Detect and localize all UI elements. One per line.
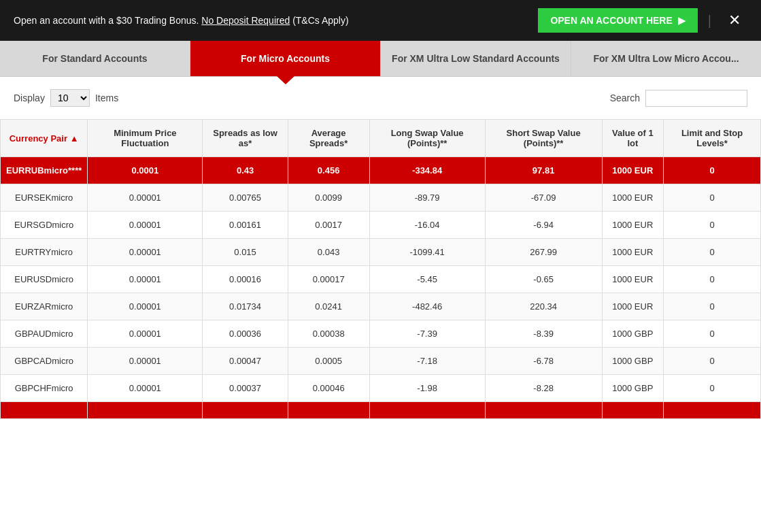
table-row: GBPCHFmicro0.000010.000370.00046-1.98-8.… [1, 375, 761, 402]
table-controls: Display 10 25 50 100 Items Search [0, 77, 761, 119]
display-control: Display 10 25 50 100 Items [14, 89, 118, 107]
cell-avg_spreads: 0.00017 [288, 266, 369, 293]
table-row: EURZARmicro0.000010.017340.0241-482.4622… [1, 293, 761, 320]
search-label: Search [610, 93, 640, 103]
col-header-value-lot: Value of 1 lot [602, 120, 664, 157]
cell-currency_pair: EURZARmicro [1, 293, 88, 320]
cell-currency_pair: EURTRYmicro [1, 239, 88, 266]
cell-currency_pair [1, 402, 88, 419]
cell-short_swap: 267.99 [485, 239, 602, 266]
tab-xm-ultra-standard-label: For XM Ultra Low Standard Accounts [392, 53, 560, 64]
cell-spreads: 0.015 [203, 239, 288, 266]
cell-limit_stop: 0 [664, 293, 761, 320]
cell-short_swap [485, 402, 602, 419]
col-header-short-swap: Short Swap Value (Points)** [485, 120, 602, 157]
search-input[interactable] [645, 90, 747, 107]
cell-short_swap: -6.94 [485, 212, 602, 239]
cell-currency_pair: GBPAUDmicro [1, 320, 88, 348]
cell-spreads: 0.00765 [203, 184, 288, 212]
tab-xm-ultra-standard[interactable]: For XM Ultra Low Standard Accounts [381, 41, 571, 76]
spreads-table: Currency Pair ▲ Minimum Price Fluctuatio… [0, 119, 761, 419]
cell-min_price: 0.00001 [88, 239, 203, 266]
cell-value_lot: 1000 GBP [602, 320, 664, 348]
cell-min_price: 0.0001 [88, 157, 203, 184]
table-row: EURSGDmicro0.000010.001610.0017-16.04-6.… [1, 212, 761, 239]
no-deposit-link[interactable]: No Deposit Required [201, 15, 290, 26]
cell-limit_stop: 0 [664, 157, 761, 184]
table-row: EURTRYmicro0.000010.0150.043-1099.41267.… [1, 239, 761, 266]
cell-avg_spreads: 0.0241 [288, 293, 369, 320]
cell-short_swap: 220.34 [485, 293, 602, 320]
cell-avg_spreads: 0.0005 [288, 348, 369, 375]
cell-spreads: 0.00037 [203, 375, 288, 402]
cell-short_swap: 97.81 [485, 157, 602, 184]
display-label: Display [14, 93, 45, 103]
cell-currency_pair: GBPCHFmicro [1, 375, 88, 402]
cell-avg_spreads: 0.00038 [288, 320, 369, 348]
cell-avg_spreads: 0.0017 [288, 212, 369, 239]
cell-value_lot: 1000 GBP [602, 348, 664, 375]
cell-min_price: 0.00001 [88, 212, 203, 239]
tab-standard[interactable]: For Standard Accounts [0, 41, 190, 76]
cell-currency_pair: EURRUBmicro**** [1, 157, 88, 184]
tab-standard-label: For Standard Accounts [42, 53, 147, 64]
col-header-min-price: Minimum Price Fluctuation [88, 120, 203, 157]
cell-value_lot: 1000 EUR [602, 157, 664, 184]
cell-spreads: 0.00161 [203, 212, 288, 239]
table-header-row: Currency Pair ▲ Minimum Price Fluctuatio… [1, 120, 761, 157]
table-row [1, 402, 761, 419]
cell-long_swap: -1.98 [369, 375, 485, 402]
cell-limit_stop: 0 [664, 266, 761, 293]
cell-long_swap: -1099.41 [369, 239, 485, 266]
table-row: GBPAUDmicro0.000010.000360.00038-7.39-8.… [1, 320, 761, 348]
cell-value_lot: 1000 EUR [602, 239, 664, 266]
cell-value_lot: 1000 GBP [602, 375, 664, 402]
cell-limit_stop: 0 [664, 184, 761, 212]
items-label: Items [95, 93, 118, 103]
cell-avg_spreads: 0.0099 [288, 184, 369, 212]
table-row: EURRUBmicro****0.00010.430.456-334.8497.… [1, 157, 761, 184]
cell-spreads: 0.00036 [203, 320, 288, 348]
close-banner-button[interactable]: ✕ [722, 12, 747, 29]
cell-currency_pair: GBPCADmicro [1, 348, 88, 375]
cell-spreads: 0.00016 [203, 266, 288, 293]
cell-avg_spreads: 0.456 [288, 157, 369, 184]
cell-short_swap: -8.39 [485, 320, 602, 348]
account-tabs: For Standard Accounts For Micro Accounts… [0, 41, 761, 77]
sort-arrow-icon: ▲ [70, 133, 79, 144]
cell-long_swap: -5.45 [369, 266, 485, 293]
cell-short_swap: -8.28 [485, 375, 602, 402]
banner-right: OPEN AN ACCOUNT HERE ▶ | ✕ [538, 8, 747, 33]
cell-long_swap: -482.46 [369, 293, 485, 320]
display-select[interactable]: 10 25 50 100 [50, 89, 90, 107]
table-row: EURSEKmicro0.000010.007650.0099-89.79-67… [1, 184, 761, 212]
col-header-avg-spreads: Average Spreads* [288, 120, 369, 157]
cell-avg_spreads: 0.043 [288, 239, 369, 266]
open-account-arrow-icon: ▶ [678, 15, 686, 26]
cell-min_price: 0.00001 [88, 375, 203, 402]
cell-currency_pair: EURSGDmicro [1, 212, 88, 239]
cell-min_price: 0.00001 [88, 293, 203, 320]
search-control: Search [610, 90, 747, 107]
table-row: GBPCADmicro0.000010.000470.0005-7.18-6.7… [1, 348, 761, 375]
cell-short_swap: -6.78 [485, 348, 602, 375]
cell-long_swap: -334.84 [369, 157, 485, 184]
cell-short_swap: -67.09 [485, 184, 602, 212]
cell-spreads [203, 402, 288, 419]
tab-xm-ultra-micro-label: For XM Ultra Low Micro Accou... [593, 53, 739, 64]
tab-xm-ultra-micro[interactable]: For XM Ultra Low Micro Accou... [571, 41, 761, 76]
cell-min_price: 0.00001 [88, 320, 203, 348]
open-account-button[interactable]: OPEN AN ACCOUNT HERE ▶ [538, 8, 697, 33]
cell-value_lot: 1000 EUR [602, 266, 664, 293]
cell-long_swap: -7.39 [369, 320, 485, 348]
cell-currency_pair: EURUSDmicro [1, 266, 88, 293]
cell-avg_spreads [288, 402, 369, 419]
cell-long_swap: -7.18 [369, 348, 485, 375]
cell-value_lot: 1000 EUR [602, 212, 664, 239]
tab-micro[interactable]: For Micro Accounts [190, 41, 381, 76]
cell-long_swap [369, 402, 485, 419]
cell-limit_stop: 0 [664, 212, 761, 239]
col-header-currency-pair[interactable]: Currency Pair ▲ [1, 120, 88, 157]
cell-limit_stop [664, 402, 761, 419]
banner-divider: | [708, 13, 711, 29]
